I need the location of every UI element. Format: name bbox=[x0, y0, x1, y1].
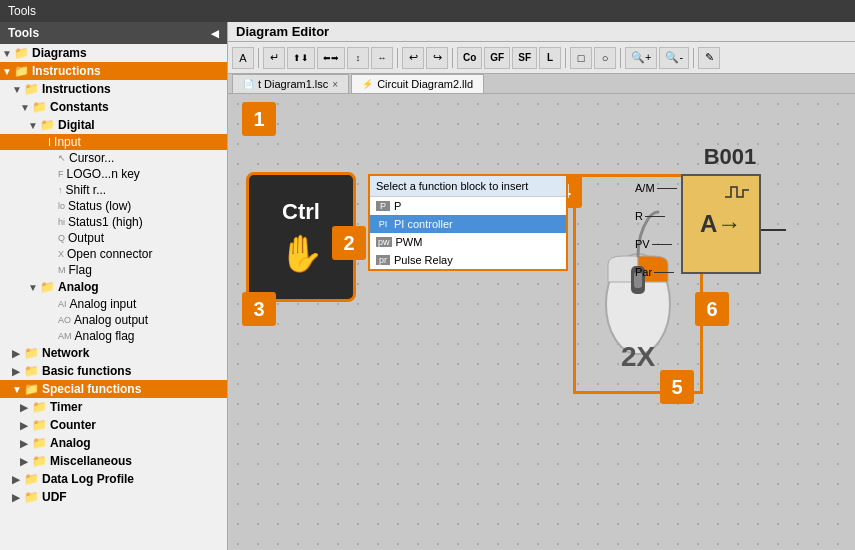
sidebar-item-data-log[interactable]: ▶ 📁 Data Log Profile bbox=[0, 470, 227, 488]
toolbar-btn-zoom-out[interactable]: 🔍- bbox=[659, 47, 689, 69]
flag-icon: M bbox=[58, 265, 66, 275]
toolbar-btn-l[interactable]: L bbox=[539, 47, 561, 69]
udf-label: UDF bbox=[42, 490, 67, 504]
editor-title: Diagram Editor bbox=[236, 24, 329, 39]
sidebar-item-analog-sf[interactable]: ▶ 📁 Analog bbox=[0, 434, 227, 452]
expand-arrow-digital: ▼ bbox=[28, 120, 40, 131]
sidebar-item-counter[interactable]: ▶ 📁 Counter bbox=[0, 416, 227, 434]
waveform-icon bbox=[723, 182, 753, 202]
sidebar-item-network[interactable]: ▶ 📁 Network bbox=[0, 344, 227, 362]
sidebar-item-status-high[interactable]: hi Status1 (high) bbox=[0, 214, 227, 230]
sidebar-item-diagrams[interactable]: ▼ 📁 Diagrams bbox=[0, 44, 227, 62]
data-log-label: Data Log Profile bbox=[42, 472, 134, 486]
sidebar-item-udf[interactable]: ▶ 📁 UDF bbox=[0, 488, 227, 506]
toolbar-btn-align3[interactable]: ⬅➡ bbox=[317, 47, 345, 69]
pv-label: PV bbox=[635, 238, 650, 250]
sidebar-item-logo[interactable]: F LOGO...n key bbox=[0, 166, 227, 182]
step1-badge: 1 bbox=[242, 102, 276, 136]
b001-title: B001 bbox=[635, 144, 825, 170]
toolbar-btn-gf[interactable]: GF bbox=[484, 47, 510, 69]
constants-label: Constants bbox=[50, 100, 109, 114]
cursor-label: Cursor... bbox=[69, 151, 114, 165]
prefix-pr: pr bbox=[376, 255, 390, 265]
sidebar-item-analog-output[interactable]: AO Analog output bbox=[0, 312, 227, 328]
dropdown-title: Select a function block to insert bbox=[370, 176, 566, 197]
toolbar-btn-a[interactable]: A bbox=[232, 47, 254, 69]
sidebar-item-output[interactable]: Q Output bbox=[0, 230, 227, 246]
toolbar-btn-co[interactable]: Co bbox=[457, 47, 482, 69]
expand-arrow-analog: ▼ bbox=[28, 282, 40, 293]
sidebar-item-open-connector[interactable]: X Open connector bbox=[0, 246, 227, 262]
tab1-close[interactable]: × bbox=[332, 79, 338, 90]
shift-label: Shift r... bbox=[66, 183, 107, 197]
toolbar-btn-zoom-in[interactable]: 🔍+ bbox=[625, 47, 657, 69]
sidebar-item-special-functions[interactable]: ▼ 📁 Special functions bbox=[0, 380, 227, 398]
expand-arrow-udf: ▶ bbox=[12, 492, 24, 503]
sidebar-item-analog-flag[interactable]: AM Analog flag bbox=[0, 328, 227, 344]
top-bar-title: Tools bbox=[8, 4, 36, 18]
dropdown-item-pi[interactable]: PI PI controller bbox=[370, 215, 566, 233]
input-icon: I bbox=[48, 136, 51, 148]
sidebar-item-basic-functions[interactable]: ▶ 📁 Basic functions bbox=[0, 362, 227, 380]
sidebar-item-flag[interactable]: M Flag bbox=[0, 262, 227, 278]
expand-arrow-inst2: ▼ bbox=[12, 84, 24, 95]
sidebar-item-instructions2[interactable]: ▼ 📁 Instructions bbox=[0, 80, 227, 98]
analog-flag-label: Analog flag bbox=[75, 329, 135, 343]
sidebar-item-instructions1[interactable]: ▼ 📁 Instructions bbox=[0, 62, 227, 80]
toolbar-btn-undo[interactable]: ↩ bbox=[402, 47, 424, 69]
toolbar-btn-align5[interactable]: ↔ bbox=[371, 47, 393, 69]
folder-icon-inst1: 📁 bbox=[14, 64, 29, 78]
logo-icon: F bbox=[58, 169, 64, 179]
tab-circuit-diagram2[interactable]: ⚡ Circuit Diagram2.lld bbox=[351, 74, 484, 93]
am-wire bbox=[657, 188, 677, 189]
sidebar-item-digital[interactable]: ▼ 📁 Digital bbox=[0, 116, 227, 134]
pv-wire bbox=[652, 244, 672, 245]
hand-icon: ✋ bbox=[279, 233, 324, 275]
b001-port-pv: PV bbox=[635, 238, 677, 250]
sidebar-item-timer[interactable]: ▶ 📁 Timer bbox=[0, 398, 227, 416]
sidebar-item-analog[interactable]: ▼ 📁 Analog bbox=[0, 278, 227, 296]
toolbar-btn-rect[interactable]: □ bbox=[570, 47, 592, 69]
r-wire bbox=[645, 216, 665, 217]
sidebar-item-cursor[interactable]: ↖ Cursor... bbox=[0, 150, 227, 166]
status-high-label: Status1 (high) bbox=[68, 215, 143, 229]
dropdown-item-p[interactable]: P P bbox=[370, 197, 566, 215]
toolbar-btn-circle[interactable]: ○ bbox=[594, 47, 616, 69]
dropdown-item-pwm[interactable]: pw PWM bbox=[370, 233, 566, 251]
folder-icon-inst2: 📁 bbox=[24, 82, 39, 96]
top-bar: Tools bbox=[0, 0, 855, 22]
folder-icon-basic: 📁 bbox=[24, 364, 39, 378]
toolbar-btn-align1[interactable]: ↵ bbox=[263, 47, 285, 69]
diagram-canvas[interactable]: 1 2 Ctrl ✋ 3 Select a function block to … bbox=[228, 94, 855, 550]
sidebar-item-constants[interactable]: ▼ 📁 Constants bbox=[0, 98, 227, 116]
label-pulse-relay: Pulse Relay bbox=[394, 254, 453, 266]
tab-diagram1[interactable]: 📄 t Diagram1.lsc × bbox=[232, 74, 349, 93]
sidebar-collapse-arrow[interactable]: ◀ bbox=[211, 28, 219, 39]
toolbar-btn-edit[interactable]: ✎ bbox=[698, 47, 720, 69]
toolbar-btn-sf[interactable]: SF bbox=[512, 47, 537, 69]
expand-arrow-misc: ▶ bbox=[20, 456, 32, 467]
toolbar-btn-align2[interactable]: ⬆⬇ bbox=[287, 47, 315, 69]
diagrams-label: Diagrams bbox=[32, 46, 87, 60]
network-label: Network bbox=[42, 346, 89, 360]
folder-icon-analog: 📁 bbox=[40, 280, 55, 294]
sidebar-item-shift[interactable]: ↑ Shift r... bbox=[0, 182, 227, 198]
folder-icon-datalog: 📁 bbox=[24, 472, 39, 486]
folder-icon-udf: 📁 bbox=[24, 490, 39, 504]
dropdown-item-pulse-relay[interactable]: pr Pulse Relay bbox=[370, 251, 566, 269]
r-label: R bbox=[635, 210, 643, 222]
tab-bar: 📄 t Diagram1.lsc × ⚡ Circuit Diagram2.ll… bbox=[228, 74, 855, 94]
expand-arrow-const: ▼ bbox=[20, 102, 32, 113]
b001-left-ports: A/M R PV Par bbox=[635, 174, 681, 286]
sidebar-item-status-low[interactable]: lo Status (low) bbox=[0, 198, 227, 214]
folder-icon-misc: 📁 bbox=[32, 454, 47, 468]
folder-icon-special: 📁 bbox=[24, 382, 39, 396]
toolbar-btn-align4[interactable]: ↕ bbox=[347, 47, 369, 69]
sidebar-item-input[interactable]: I Input bbox=[0, 134, 227, 150]
tab2-icon: ⚡ bbox=[362, 79, 373, 89]
sidebar-item-analog-input[interactable]: AI Analog input bbox=[0, 296, 227, 312]
toolbar-btn-redo[interactable]: ↪ bbox=[426, 47, 448, 69]
sidebar-item-miscellaneous[interactable]: ▶ 📁 Miscellaneous bbox=[0, 452, 227, 470]
toolbar-separator3 bbox=[452, 48, 453, 68]
miscellaneous-label: Miscellaneous bbox=[50, 454, 132, 468]
